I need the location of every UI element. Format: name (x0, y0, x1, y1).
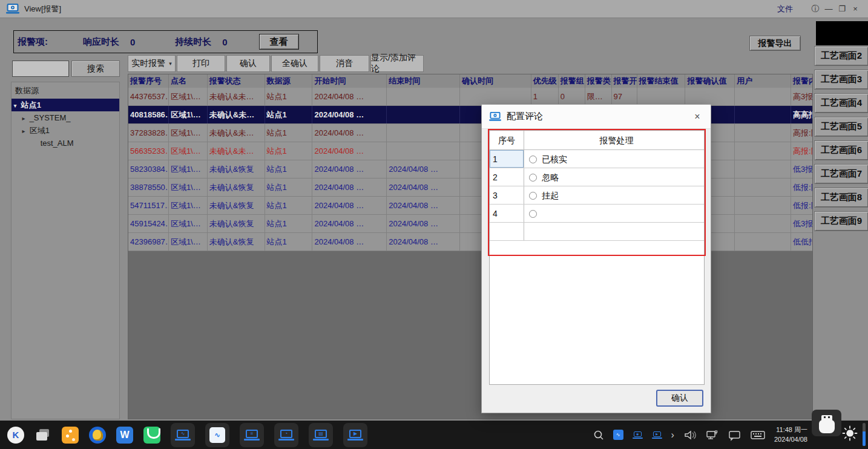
app-tile-pulse-icon[interactable]: ∿ (205, 423, 229, 447)
tree-item[interactable]: ▾ 站点1 (12, 99, 119, 111)
column-header[interactable]: 数据源 (265, 74, 313, 88)
column-header[interactable]: 报警确认值 (685, 74, 735, 88)
minimize-icon[interactable]: — (822, 4, 835, 13)
app-store-icon[interactable] (143, 427, 160, 444)
column-header[interactable]: 报警组 (559, 74, 585, 88)
app-tile-clipboard-icon[interactable]: ≡ (240, 423, 264, 447)
orange-app-icon[interactable] (62, 427, 79, 444)
column-header[interactable]: 用户 (735, 74, 791, 88)
cell-point: 区域1\… (169, 215, 208, 232)
app-tile-monitor-waveform-icon[interactable]: ∿ (171, 423, 195, 447)
column-header[interactable]: 开始时间 (312, 74, 387, 88)
taskbar-left: K W ∿ ∿ ≡ ◔ ▤ ▶ (7, 421, 367, 449)
clock[interactable]: 11:48 周一 2024/04/08 (774, 425, 807, 445)
titlebar: View[报警] 文件 ⓘ — ❐ × (0, 0, 868, 18)
column-header[interactable]: 报警状态 (208, 74, 265, 88)
table-row[interactable]: 44376537… 区域1\… 未确认&未… 站点1 2024/04/08 … … (128, 88, 812, 106)
browser-icon[interactable] (89, 427, 106, 444)
app-tile-gauge-icon[interactable]: ◔ (274, 423, 298, 447)
view-button[interactable]: 查看 (259, 34, 299, 50)
cell-point: 区域1\… (169, 142, 208, 160)
process-screen-button[interactable]: 工艺画面9 (814, 211, 868, 231)
tree-item[interactable]: ▸ _SYSTEM_ (12, 111, 119, 124)
column-header[interactable]: 报警开 (612, 74, 637, 88)
tray-expand-chevron-icon[interactable]: › (671, 430, 674, 441)
launcher-icon[interactable]: K (7, 427, 24, 444)
search-icon[interactable] (593, 430, 604, 441)
process-screen-button[interactable]: 工艺画面8 (814, 188, 868, 208)
process-screen-button[interactable]: 工艺画面3 (814, 70, 868, 90)
comment-row[interactable] (490, 223, 704, 241)
radio-button[interactable] (529, 174, 537, 182)
toolbar-button[interactable]: 确认 (226, 55, 270, 72)
column-header[interactable]: 报警类 (585, 74, 612, 88)
toolbar-button[interactable]: 消音 (320, 55, 369, 72)
cell-source: 站点1 (265, 215, 313, 232)
task-view-icon[interactable] (35, 427, 51, 444)
comment-row[interactable]: 4 (490, 205, 704, 223)
keyboard-icon[interactable] (751, 429, 765, 441)
cell-point: 区域1\… (169, 179, 208, 196)
column-header[interactable]: 报警内 (791, 74, 812, 88)
process-screen-button[interactable]: 工艺画面6 (814, 140, 868, 160)
radio-button[interactable] (529, 192, 537, 200)
alarm-export-button[interactable]: 报警导出 (749, 36, 801, 51)
cell-class: 限… (585, 88, 612, 105)
messages-icon[interactable] (728, 429, 741, 441)
alarm-item-label: 报警项: (18, 36, 48, 48)
file-menu[interactable]: 文件 (777, 4, 793, 15)
tree-item[interactable]: ▸ 区域1 (12, 124, 119, 137)
toolbar-button[interactable]: 打印 (177, 55, 225, 72)
dialog-close-icon[interactable]: × (691, 111, 703, 122)
theme-toggle-icon[interactable] (842, 425, 858, 444)
search-input[interactable] (12, 61, 69, 77)
comment-row-number: 2 (490, 168, 524, 186)
close-icon[interactable]: × (849, 4, 862, 13)
tray-app-waveform-icon[interactable]: ∿ (613, 430, 623, 440)
radio-button[interactable] (529, 156, 537, 163)
search-button[interactable]: 搜索 (71, 61, 120, 77)
tree-item[interactable]: test_ALM (12, 137, 119, 149)
column-header[interactable]: 点名 (169, 74, 208, 88)
network-display-icon[interactable] (706, 429, 719, 441)
process-screen-button[interactable]: 工艺画面7 (814, 164, 868, 184)
cell-user (735, 215, 791, 232)
tray-app-player-icon[interactable]: ▶ (652, 431, 662, 439)
tree-expand-icon[interactable]: ▸ (20, 112, 27, 125)
cell-status: 未确认&未… (208, 124, 265, 142)
column-header[interactable]: 结束时间 (387, 74, 460, 88)
comment-option-label: 忽略 (542, 172, 559, 182)
toolbar-button[interactable]: 全确认 (271, 55, 318, 72)
column-header[interactable]: 报警结束值 (637, 74, 686, 88)
usb-device-popup[interactable] (812, 410, 841, 436)
usb-icon (819, 420, 835, 433)
tree-expand-icon[interactable]: ▾ (12, 99, 19, 112)
process-screen-button[interactable]: 工艺画面2 (814, 46, 868, 66)
column-header[interactable]: 优先级 (531, 74, 559, 88)
cell-user (735, 197, 791, 214)
wps-office-icon[interactable]: W (116, 427, 133, 444)
tree-expand-icon[interactable]: ▸ (20, 125, 27, 137)
comment-row[interactable]: 1 已核实 (490, 150, 704, 168)
comment-row[interactable]: 3 挂起 (490, 186, 704, 205)
info-icon[interactable]: ⓘ (809, 4, 822, 15)
column-header[interactable]: 报警序号 (128, 74, 169, 88)
tray-app-monitor-icon[interactable]: ◉ (633, 431, 643, 439)
process-screen-button[interactable]: 工艺画面5 (814, 117, 868, 137)
process-screen-button[interactable]: 工艺画面4 (814, 93, 868, 113)
app-tile-player-icon[interactable]: ▶ (343, 423, 367, 447)
column-header[interactable]: 确认时间 (460, 74, 531, 88)
edge-slider[interactable] (863, 423, 866, 446)
cell-priority: 1 (531, 88, 559, 105)
app-tile-database-icon[interactable]: ▤ (309, 423, 333, 447)
volume-icon[interactable] (683, 429, 697, 441)
radio-button[interactable] (529, 210, 537, 218)
cell-source: 站点1 (265, 197, 313, 214)
toolbar-button[interactable]: 显示/添加评论 (370, 55, 424, 72)
confirm-button[interactable]: 确认 (656, 390, 703, 407)
toolbar-button[interactable]: 实时报警 ▾ (128, 55, 176, 72)
cell-seq: 38878550… (128, 179, 169, 196)
restore-icon[interactable]: ❐ (835, 4, 849, 13)
cell-user (735, 106, 791, 123)
comment-row[interactable]: 2 忽略 (490, 168, 704, 186)
